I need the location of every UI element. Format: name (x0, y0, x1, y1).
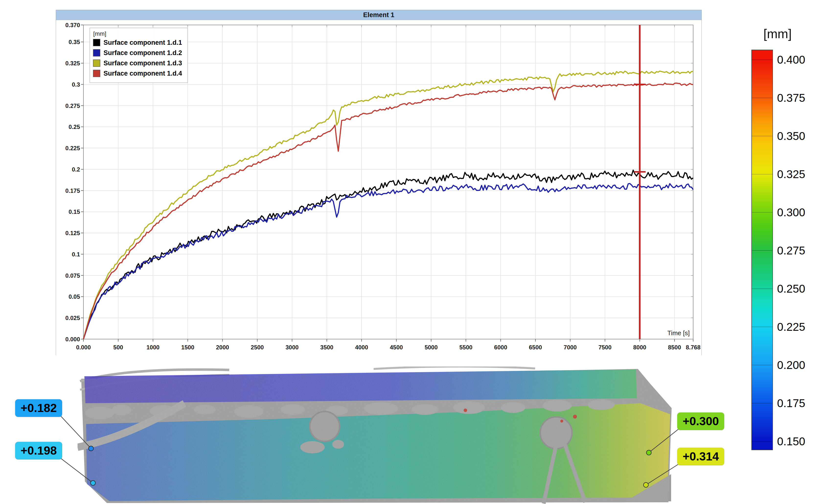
svg-text:0.350: 0.350 (777, 130, 805, 142)
svg-text:8.768: 8.768 (686, 344, 701, 351)
svg-text:7500: 7500 (598, 344, 611, 351)
svg-text:1000: 1000 (146, 344, 160, 351)
displacement-time-chart[interactable]: 0.00050010001500200025003000350040004500… (56, 20, 702, 355)
svg-text:4500: 4500 (390, 344, 403, 351)
svg-text:0.200: 0.200 (777, 359, 805, 371)
color-scale-legend: [mm] 0.4000.3750.3500.3250.3000.2750.250… (748, 26, 826, 470)
svg-text:0.225: 0.225 (65, 145, 80, 151)
fixture-wire (373, 367, 535, 369)
svg-text:Surface component 1.d.2: Surface component 1.d.2 (104, 49, 182, 57)
svg-text:0.325: 0.325 (777, 168, 805, 181)
svg-text:0.15: 0.15 (68, 208, 80, 215)
svg-text:2000: 2000 (216, 344, 229, 351)
svg-text:0.025: 0.025 (65, 315, 80, 321)
svg-text:3000: 3000 (286, 344, 298, 351)
svg-text:8500: 8500 (668, 344, 681, 351)
svg-text:500: 500 (113, 344, 123, 351)
speckle-texture (77, 367, 672, 504)
svg-text:0.35: 0.35 (68, 39, 80, 45)
chart-title: Element 1 (56, 10, 702, 20)
svg-text:0.05: 0.05 (68, 293, 80, 300)
svg-text:0.150: 0.150 (777, 435, 805, 448)
svg-text:0.3: 0.3 (72, 81, 80, 88)
svg-text:5000: 5000 (424, 344, 437, 351)
colorbar-gradient[interactable]: 0.4000.3750.3500.3250.3000.2750.2500.225… (748, 43, 826, 470)
svg-text:6500: 6500 (529, 344, 542, 351)
svg-text:0.2: 0.2 (72, 166, 80, 173)
svg-text:7000: 7000 (564, 344, 577, 351)
svg-text:6000: 6000 (494, 344, 507, 351)
svg-text:0.125: 0.125 (65, 230, 80, 236)
svg-text:0.400: 0.400 (777, 53, 805, 66)
point-label-0.314[interactable]: +0.314 (677, 448, 724, 465)
report-canvas: Element 1 0.0005001000150020002500300035… (0, 0, 826, 504)
svg-text:0.275: 0.275 (65, 103, 80, 109)
specimen-deformation-map[interactable] (77, 367, 672, 504)
point-label-0.300[interactable]: +0.300 (677, 413, 724, 430)
svg-text:4000: 4000 (355, 344, 368, 351)
svg-text:0.275: 0.275 (777, 244, 805, 257)
svg-text:Time [s]: Time [s] (667, 329, 690, 337)
svg-text:0.1: 0.1 (72, 251, 80, 258)
svg-text:8000: 8000 (633, 344, 646, 351)
svg-text:0.370: 0.370 (65, 22, 80, 28)
svg-text:[mm]: [mm] (93, 30, 106, 37)
svg-text:2500: 2500 (251, 344, 264, 351)
point-label-0.198[interactable]: +0.198 (15, 442, 62, 459)
svg-text:0.250: 0.250 (777, 282, 805, 295)
svg-text:0.300: 0.300 (777, 206, 805, 219)
svg-text:3500: 3500 (320, 344, 333, 351)
svg-text:Surface component 1.d.4: Surface component 1.d.4 (104, 70, 182, 77)
svg-text:5500: 5500 (459, 344, 472, 351)
colorbar-unit-label: [mm] (748, 26, 807, 41)
svg-text:0.000: 0.000 (76, 344, 91, 351)
svg-text:0.175: 0.175 (777, 397, 805, 410)
svg-text:0.175: 0.175 (65, 187, 80, 194)
svg-text:Surface component 1.d.3: Surface component 1.d.3 (104, 59, 182, 67)
svg-text:Surface component 1.d.1: Surface component 1.d.1 (104, 39, 182, 46)
svg-text:0.225: 0.225 (777, 320, 805, 333)
svg-text:1500: 1500 (181, 344, 194, 351)
svg-text:0.25: 0.25 (68, 124, 80, 130)
svg-text:0.325: 0.325 (65, 60, 80, 67)
svg-text:0.000: 0.000 (65, 336, 80, 342)
point-label-0.182[interactable]: +0.182 (15, 399, 62, 417)
svg-text:0.075: 0.075 (65, 272, 80, 279)
element-chart-panel: Element 1 0.0005001000150020002500300035… (56, 10, 702, 355)
svg-text:0.375: 0.375 (777, 91, 805, 104)
